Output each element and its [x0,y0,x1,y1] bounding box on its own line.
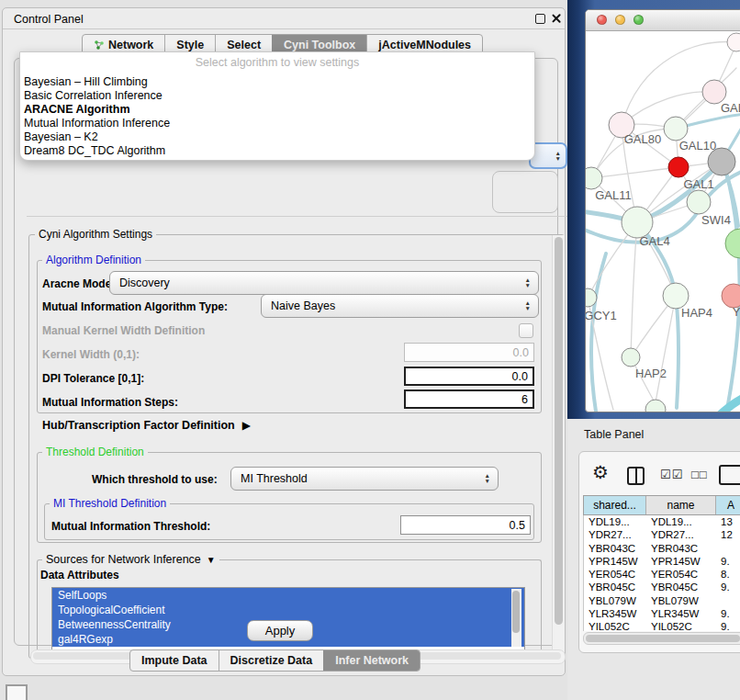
tab-label: Network [108,39,153,51]
settings-vertical-scrollbar[interactable] [552,235,565,656]
network-node-hap2[interactable] [622,348,640,367]
network-node-gal1[interactable] [668,157,689,177]
scrollbar-thumb[interactable] [555,237,563,625]
table-row[interactable]: YBR045CYBR045C9. [584,581,740,593]
dropdown-option[interactable]: Basic Correlation Inference [24,89,531,103]
apply-button[interactable]: Apply [247,620,313,641]
table-row[interactable]: YDR27...YDR27...12 [584,528,740,541]
mi-steps-label: Mutual Information Steps: [42,396,178,409]
scrollbar-thumb[interactable] [586,635,740,642]
table-cell: YDL19... [646,515,716,528]
network-node-green-large[interactable] [725,229,740,258]
algorithm-definition-title: Algorithm Definition [42,254,145,266]
network-edge[interactable] [586,171,740,243]
which-threshold-select[interactable]: MI Threshold ▲▼ [230,467,499,491]
table-header-row: shared...nameA [583,495,740,515]
tab-discretize-data[interactable]: Discretize Data [219,650,324,671]
table-cell: YBL079W [584,594,646,607]
table-row[interactable]: YLR345WYLR345W9. [584,607,740,620]
which-threshold-label: Which threshold to use: [92,473,218,486]
attribute-item[interactable]: SelfLoops [52,588,524,603]
network-node-bottom-partial[interactable] [645,400,666,412]
tab-infer-network[interactable]: Infer Network [323,650,420,671]
node-label: GAL10 [679,139,716,152]
docked-panel-icon[interactable] [6,684,28,700]
float-panel-icon[interactable] [535,14,545,24]
node-label: HAP2 [635,367,667,380]
network-edge[interactable] [709,395,740,412]
dropdown-option[interactable]: Dream8 DC_TDC Algorithm [24,144,531,158]
table-panel: Table Panel ⚙ ☑☑ □□ shared...nameA YDL19… [567,419,740,700]
network-edge[interactable] [591,167,678,178]
table-cell: YIL052C [584,620,646,631]
zoom-window-icon[interactable] [633,15,644,25]
section-divider [27,216,567,217]
dropdown-option[interactable]: ARACNE Algorithm [24,103,531,117]
attribute-item[interactable]: TopologicalCoefficient [52,603,524,617]
mi-steps-field[interactable] [404,390,534,409]
dropdown-option[interactable]: Mutual Information Inference [24,117,531,130]
node-label: HAP4 [681,306,712,320]
table-body: YDL19...YDL19...13YDR27...YDR27...12YBR0… [583,515,740,631]
mi-type-value: Naive Bayes [271,299,335,312]
aracne-mode-value: Discovery [119,277,170,289]
tab-label: Impute Data [141,654,207,667]
tab-impute-data[interactable]: Impute Data [130,650,219,671]
network-window-titlebar[interactable] [586,10,740,31]
table-panel-title: Table Panel [584,428,644,441]
scrollbar-thumb[interactable] [512,591,520,633]
spinner-arrows-icon: ▲▼ [525,277,531,288]
tab-label: Infer Network [335,654,409,667]
network-node-top-partial[interactable] [727,33,740,51]
hub-definition-expander[interactable]: Hub/Transcription Factor Definition ▶ [42,419,251,432]
deselect-all-checkboxes-icon[interactable]: □□ [691,468,708,481]
spinner-arrows-icon: ▲▼ [555,151,561,162]
network-graph-canvas[interactable]: GAL80GALGAL10GAL1GAL11SWI4GAL4GCY1HAP4YH… [586,31,740,412]
table-header-cell[interactable]: name [646,496,716,514]
table-header-cell[interactable]: shared... [584,496,646,514]
manual-kernel-checkbox[interactable] [519,323,533,338]
mi-threshold-field[interactable] [400,515,531,535]
table-row[interactable]: YBR043CYBR043C [584,542,740,555]
data-attributes-label: Data Attributes [40,569,119,581]
new-table-icon[interactable] [719,465,740,485]
table-cell: YBR045C [584,581,646,593]
table-cell: 9. [716,581,740,593]
panel-title: Control Panel [14,13,84,26]
table-row[interactable]: YER054CYER054C8. [584,568,740,581]
close-panel-icon[interactable] [551,13,562,24]
column-browser-icon[interactable] [627,467,645,485]
network-node-gal10[interactable] [664,117,688,141]
network-node-gal4[interactable] [622,207,653,238]
table-cell: YBR043C [646,542,716,555]
dropdown-option[interactable]: Bayesian – Hill Climbing [24,75,531,89]
table-row[interactable]: YDL19...YDL19...13 [584,515,740,528]
table-header-cell[interactable]: A [716,496,740,514]
aracne-mode-select[interactable]: Discovery ▲▼ [109,271,539,295]
kernel-width-field[interactable] [404,343,534,362]
table-cell: YDL19... [584,515,646,528]
select-all-checkboxes-icon[interactable]: ☑☑ [660,468,683,481]
network-edge[interactable] [656,296,676,402]
table-cell: 12 [716,528,740,541]
gear-icon[interactable]: ⚙ [592,463,609,481]
table-row[interactable]: YBL079WYBL079W [584,594,740,607]
settings-group-title: Cyni Algorithm Settings [35,228,156,241]
table-row[interactable]: YIL052CYIL052C9. [584,620,740,631]
minimize-window-icon[interactable] [615,15,625,25]
mi-type-label: Mutual Information Algorithm Type: [42,300,228,313]
table-cell: YDR27... [646,528,716,541]
mi-type-select[interactable]: Naive Bayes ▲▼ [261,294,539,318]
dpi-tolerance-field[interactable] [404,367,534,386]
table-horizontal-scrollbar[interactable] [583,632,740,645]
close-window-icon[interactable] [597,15,607,25]
threshold-definition-title: Threshold Definition [42,446,148,458]
list-vertical-scrollbar[interactable] [511,589,521,647]
table-row[interactable]: YPR145WYPR145W9. [584,555,740,568]
dropdown-options: Bayesian – Hill ClimbingBasic Correlatio… [24,75,531,158]
sources-group-title[interactable]: Sources for Network Inference ▼ [42,553,219,566]
dropdown-option[interactable]: Bayesian – K2 [24,130,531,144]
network-node-swi4[interactable] [687,190,711,214]
titlebar-divider [3,28,565,29]
network-node-hap4[interactable] [663,283,689,309]
